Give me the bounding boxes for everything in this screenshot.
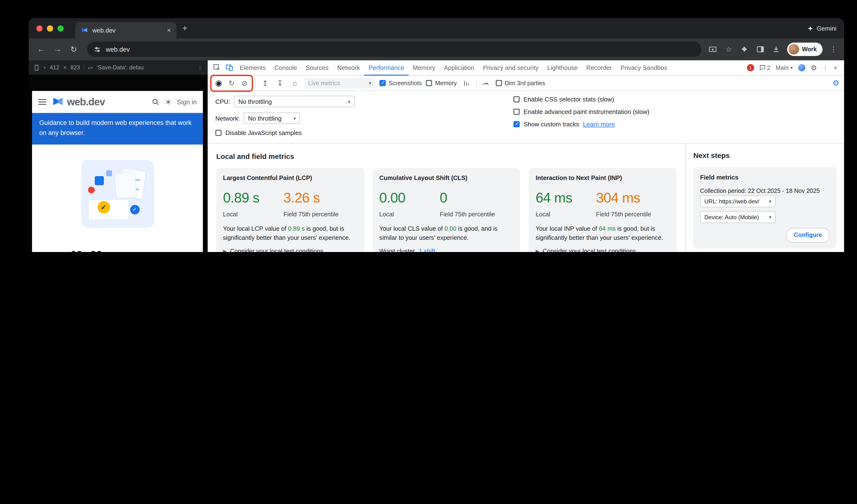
disable-js-samples-toggle[interactable]: Disable JavaScript samples: [215, 129, 355, 136]
record-and-reload-icon[interactable]: ↻: [226, 78, 237, 88]
dim-third-parties-checkbox[interactable]: [495, 80, 502, 86]
tab-application[interactable]: Application: [439, 60, 478, 75]
history-select[interactable]: Live metrics ▾: [304, 78, 375, 88]
back-button[interactable]: ←: [34, 43, 48, 56]
paint-instrumentation-toggle[interactable]: Enable advanced paint instrumentation (s…: [514, 108, 649, 115]
site-info-icon[interactable]: [94, 46, 101, 53]
css-selector-stats-checkbox[interactable]: [514, 96, 520, 102]
profile-avatar: [789, 44, 799, 54]
tab-performance[interactable]: Performance: [364, 60, 409, 75]
theme-toggle-icon[interactable]: ☀: [165, 97, 172, 106]
tab-network[interactable]: Network: [333, 60, 364, 75]
browser-titlebar: web.dev × + Gemini: [29, 18, 844, 38]
disable-js-samples-checkbox[interactable]: [215, 130, 221, 136]
custom-tracks-toggle[interactable]: Show custom tracks Learn more: [514, 121, 649, 128]
cpu-label: CPU:: [215, 98, 230, 105]
address-bar[interactable]: web.dev: [87, 41, 702, 57]
reload-button[interactable]: ↻: [67, 43, 80, 56]
field-device-select[interactable]: Device: Auto (Mobile) ▾: [700, 211, 776, 223]
load-profile-icon[interactable]: ↥: [260, 78, 270, 88]
record-icon[interactable]: ◉: [214, 78, 224, 88]
tab-privacy-security[interactable]: Privacy and security: [479, 60, 543, 75]
bookmark-star-icon[interactable]: ☆: [724, 45, 734, 54]
tab-privacy-sandbox[interactable]: Privacy Sandbox: [616, 60, 671, 75]
webdev-logo[interactable]: web.dev: [52, 96, 105, 108]
dimensions-caret-icon[interactable]: ▾: [44, 65, 46, 70]
gemini-badge[interactable]: Gemini: [807, 24, 836, 32]
device-toolbar-menu-icon[interactable]: ⋮: [197, 64, 203, 71]
page-context-icon[interactable]: [798, 64, 805, 71]
gauge-icon[interactable]: [481, 78, 491, 88]
tab-lighthouse[interactable]: Lighthouse: [543, 60, 582, 75]
inp-test-conditions-expander[interactable]: ▶ Consider your local test conditions: [536, 247, 670, 252]
dimensions-icon[interactable]: [33, 64, 40, 71]
zoom-caret-icon[interactable]: ▸▾: [88, 65, 93, 70]
css-selector-stats-toggle[interactable]: Enable CSS selector stats (slow): [514, 96, 649, 103]
device-toolbar: ▾ 412 × 823 ▸▾ 'Save-Data': defau ⋮: [29, 60, 208, 75]
cpu-throttling-select[interactable]: No throttling ▾: [234, 96, 355, 107]
save-profile-icon[interactable]: ↧: [275, 78, 285, 88]
screenshots-label: Screenshots: [389, 80, 422, 86]
field-url-select[interactable]: URL: https://web.dev/ ▾: [700, 196, 776, 207]
emulation-canvas: web.dev ☀ Sign in Guidance to buil: [29, 75, 208, 252]
tab-sources[interactable]: Sources: [301, 60, 333, 75]
minimize-window-button[interactable]: [47, 25, 53, 31]
cast-icon[interactable]: [708, 45, 718, 54]
tab-console[interactable]: Console: [270, 60, 301, 75]
cls-title: Cumulative Layout Shift (CLS): [379, 174, 514, 183]
screenshots-checkbox[interactable]: [380, 80, 386, 86]
hero-illustration: ✓ ✓: [81, 160, 154, 228]
custom-tracks-learn-more-link[interactable]: Learn more: [583, 121, 615, 128]
network-throttling-select[interactable]: No throttling ▾: [244, 113, 300, 124]
fullscreen-window-button[interactable]: [57, 25, 64, 31]
downloads-icon[interactable]: [771, 45, 781, 54]
browser-tab[interactable]: web.dev ×: [75, 22, 177, 38]
sign-in-link[interactable]: Sign in: [177, 98, 197, 105]
configure-button[interactable]: Configure: [786, 228, 830, 243]
custom-tracks-checkbox[interactable]: [514, 121, 520, 127]
cls-cluster-link[interactable]: 1 shift: [419, 247, 435, 252]
error-count-badge[interactable]: 1: [747, 64, 754, 71]
cls-local-label: Local: [379, 210, 440, 219]
inp-card: Interaction to Next Paint (INP) 64 ms Lo…: [529, 168, 677, 252]
memory-toggle[interactable]: Memory: [426, 80, 457, 86]
device-height-field[interactable]: 823: [70, 64, 80, 71]
new-tab-button[interactable]: +: [182, 23, 187, 33]
profile-button[interactable]: Work: [787, 43, 823, 56]
paint-instrumentation-checkbox[interactable]: [514, 108, 520, 115]
hamburger-menu-icon[interactable]: [38, 99, 46, 105]
performance-body: Local and field metrics Largest Contentf…: [208, 144, 844, 252]
devtools-menu-icon[interactable]: ⋮: [822, 64, 828, 71]
search-icon[interactable]: [152, 98, 159, 106]
issues-badge[interactable]: 2: [759, 64, 770, 71]
performance-toolbar: ◉ ↻ ⊘ ↥ ↧ ⌂ Live metrics ▾ Screenshots: [208, 75, 844, 91]
tab-close-icon[interactable]: ×: [167, 26, 171, 34]
close-window-button[interactable]: [36, 25, 43, 31]
dim-third-parties-toggle[interactable]: Dim 3rd parties: [495, 80, 545, 86]
lcp-test-conditions-expander[interactable]: ▶ Consider your local test conditions: [223, 247, 357, 252]
network-select-value: No throttling: [248, 115, 282, 122]
network-chart-icon[interactable]: [461, 78, 472, 88]
collection-period: Collection period: 22 Oct 2025 - 18 Nov …: [700, 186, 830, 196]
extensions-icon[interactable]: [740, 45, 749, 54]
live-metrics-home-icon[interactable]: ⌂: [289, 78, 300, 88]
browser-menu-icon[interactable]: ⋮: [829, 45, 838, 54]
clear-recording-icon[interactable]: ⊘: [239, 78, 250, 88]
execution-context-select[interactable]: Main ▾: [776, 64, 793, 71]
forward-button[interactable]: →: [51, 43, 64, 56]
inspect-element-icon[interactable]: [211, 62, 223, 74]
devtools-close-icon[interactable]: ×: [834, 64, 837, 71]
side-panel-icon[interactable]: [756, 45, 765, 54]
devtools-settings-icon[interactable]: ⚙: [811, 63, 817, 72]
device-toolbar-toggle-icon[interactable]: [223, 62, 235, 74]
tab-elements[interactable]: Elements: [235, 60, 270, 75]
screenshots-toggle[interactable]: Screenshots: [380, 80, 422, 86]
capture-settings-gear-icon[interactable]: ⚙: [833, 79, 839, 88]
device-width-field[interactable]: 412: [50, 64, 59, 71]
tab-memory[interactable]: Memory: [408, 60, 439, 75]
tab-recorder[interactable]: Recorder: [582, 60, 616, 75]
throttling-select[interactable]: 'Save-Data': defau: [97, 64, 144, 71]
lcp-card: Largest Contentful Paint (LCP) 0.89 s Lo…: [216, 168, 364, 252]
memory-checkbox[interactable]: [426, 80, 432, 86]
browser-content: ▾ 412 × 823 ▸▾ 'Save-Data': defau ⋮: [29, 60, 844, 252]
